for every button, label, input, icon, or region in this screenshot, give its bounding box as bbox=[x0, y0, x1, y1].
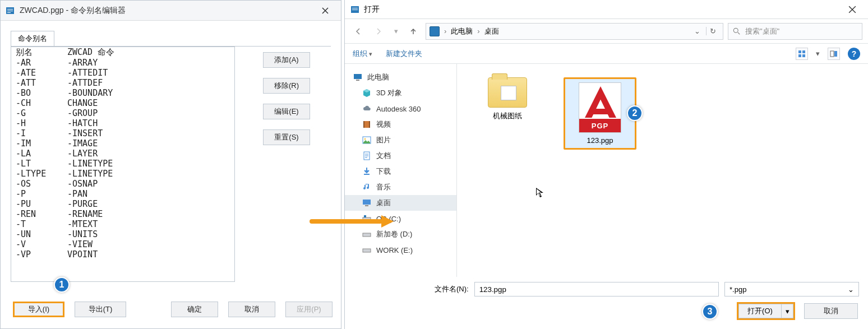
alias-row[interactable]: -LT-LINETYPE bbox=[11, 159, 234, 169]
alias-row[interactable]: -V-VIEW bbox=[11, 239, 234, 249]
filename-input[interactable] bbox=[474, 282, 719, 296]
alias-cell: -CH bbox=[11, 98, 67, 108]
cloud-icon bbox=[362, 104, 372, 114]
svg-rect-6 bbox=[834, 51, 837, 57]
address-dropdown-button[interactable]: ⌄ bbox=[691, 27, 704, 35]
ok-button[interactable]: 确定 bbox=[171, 302, 218, 317]
command-cell: CHANGE bbox=[67, 98, 234, 108]
file-open-close-button[interactable] bbox=[842, 2, 862, 17]
command-cell: -PURGE bbox=[67, 199, 234, 209]
alias-row[interactable]: -G-GROUP bbox=[11, 108, 234, 118]
crumb-pc[interactable]: 此电脑 bbox=[451, 26, 473, 36]
add-button[interactable]: 添加(A) bbox=[263, 52, 310, 68]
preview-pane-button[interactable] bbox=[828, 48, 840, 60]
nav-up-button[interactable] bbox=[405, 24, 421, 39]
tree-item[interactable]: 3D 对象 bbox=[345, 85, 456, 101]
organize-button[interactable]: 组织 bbox=[353, 49, 372, 59]
file-open-title: 打开 bbox=[364, 4, 842, 15]
new-folder-button[interactable]: 新建文件夹 bbox=[386, 49, 422, 59]
arrow-right-icon bbox=[374, 27, 383, 36]
cursor-icon bbox=[535, 187, 544, 198]
alias-row[interactable]: -H-HATCH bbox=[11, 118, 234, 128]
tree-item[interactable]: 图片 bbox=[345, 132, 456, 148]
alias-row[interactable]: -T-MTEXT bbox=[11, 219, 234, 229]
alias-row[interactable]: -BO-BOUNDARY bbox=[11, 88, 234, 98]
address-refresh-button[interactable]: ↻ bbox=[706, 27, 719, 35]
alias-row[interactable]: -UN-UNITS bbox=[11, 229, 234, 239]
alias-main-pane: 别名 ZWCAD 命令 -AR-ARRAY-ATE-ATTEDIT-ATT-AT… bbox=[11, 46, 331, 282]
tree-item[interactable]: 桌面 bbox=[345, 195, 456, 211]
tree-item[interactable]: 文档 bbox=[345, 148, 456, 164]
download-icon bbox=[362, 166, 372, 177]
svg-rect-5 bbox=[830, 51, 834, 57]
alias-cell: -LT bbox=[11, 159, 67, 169]
alias-row[interactable]: -ATE-ATTEDIT bbox=[11, 68, 234, 78]
file-item-pgp-wrap: PGP 123.pgp bbox=[564, 77, 636, 150]
tree-item-label: 音乐 bbox=[376, 182, 391, 192]
alias-row[interactable]: -REN-RENAME bbox=[11, 209, 234, 219]
alias-row[interactable]: -I-INSERT bbox=[11, 128, 234, 138]
tab-alias[interactable]: 命令别名 bbox=[11, 31, 54, 46]
reset-button[interactable]: 重置(S) bbox=[263, 129, 310, 145]
alias-row[interactable]: -VPVPOINT bbox=[11, 249, 234, 260]
filename-label: 文件名(N): bbox=[435, 284, 469, 294]
open-button[interactable]: 打开(O) bbox=[738, 304, 781, 318]
nav-history-button[interactable]: ▾ bbox=[391, 24, 401, 39]
export-button[interactable]: 导出(T) bbox=[75, 302, 126, 317]
search-box[interactable]: 搜索"桌面" bbox=[728, 23, 862, 40]
nav-forward-button[interactable] bbox=[371, 24, 386, 39]
view-icons-button[interactable] bbox=[796, 48, 808, 60]
tree-item[interactable]: 下载 bbox=[345, 164, 456, 179]
alias-cell: -G bbox=[11, 108, 67, 118]
nav-back-button[interactable] bbox=[350, 24, 366, 39]
command-cell: -UNITS bbox=[67, 229, 234, 239]
nav-tree[interactable]: 此电脑 3D 对象Autodesk 360视频图片文档下载音乐桌面OS (C:)… bbox=[345, 64, 457, 277]
alias-row[interactable]: -PU-PURGE bbox=[11, 199, 234, 209]
remove-button[interactable]: 移除(R) bbox=[263, 78, 310, 94]
tree-item[interactable]: Autodesk 360 bbox=[345, 101, 456, 117]
apply-button[interactable]: 应用(P) bbox=[285, 302, 333, 317]
file-item-pgp[interactable]: PGP 123.pgp bbox=[564, 77, 636, 150]
alias-row[interactable]: -LA-LAYER bbox=[11, 149, 234, 159]
alias-cell: -LTYPE bbox=[11, 169, 67, 179]
dialog-cancel-button[interactable]: 取消 bbox=[804, 303, 858, 319]
tree-item[interactable]: 音乐 bbox=[345, 179, 456, 195]
filetype-selector[interactable]: *.pgp ⌄ bbox=[724, 282, 859, 296]
import-button[interactable]: 导入(I) bbox=[13, 302, 64, 317]
alias-row[interactable]: -LTYPE-LINETYPE bbox=[11, 169, 234, 179]
tree-this-pc[interactable]: 此电脑 bbox=[345, 69, 456, 85]
crumb-desktop[interactable]: 桌面 bbox=[484, 26, 499, 36]
tree-item[interactable]: 视频 bbox=[345, 117, 456, 132]
alias-cell: -LA bbox=[11, 149, 67, 159]
edit-button[interactable]: 编辑(E) bbox=[263, 104, 310, 119]
picture-icon bbox=[362, 135, 372, 145]
arrow-left-icon bbox=[354, 27, 363, 36]
file-pane[interactable]: 机械图纸 PGP 123.pgp bbox=[457, 64, 868, 277]
alias-list[interactable]: 别名 ZWCAD 命令 -AR-ARRAY-ATE-ATTEDIT-ATT-AT… bbox=[11, 47, 235, 282]
open-dropdown-button[interactable]: ▾ bbox=[781, 304, 793, 318]
alias-cell: -T bbox=[11, 219, 67, 229]
tree-item-label: 下载 bbox=[376, 166, 391, 177]
cancel-button[interactable]: 取消 bbox=[228, 302, 275, 317]
step-badge-3: 3 bbox=[702, 304, 718, 319]
file-item-folder[interactable]: 机械图纸 bbox=[474, 77, 541, 121]
view-dropdown-button[interactable]: ▾ bbox=[816, 49, 820, 58]
tree-item[interactable]: 新加卷 (D:) bbox=[345, 226, 456, 242]
address-bar[interactable]: › 此电脑 › 桌面 ⌄ ↻ bbox=[426, 23, 723, 40]
alias-row[interactable]: -IM-IMAGE bbox=[11, 138, 234, 149]
alias-row[interactable]: -ATT-ATTDEF bbox=[11, 78, 234, 88]
alias-editor-close-button[interactable] bbox=[314, 2, 336, 19]
help-button[interactable]: ? bbox=[848, 48, 860, 60]
command-cell: -LAYER bbox=[67, 149, 234, 159]
file-open-dialog: 打开 ▾ › 此电脑 › 桌面 ⌄ ↻ 搜索"桌面" bbox=[344, 0, 868, 329]
app-icon bbox=[350, 5, 359, 14]
chevron-down-icon: ⌄ bbox=[848, 285, 854, 294]
tree-item[interactable]: WORK (E:) bbox=[345, 242, 456, 258]
alias-row[interactable]: -CHCHANGE bbox=[11, 98, 234, 108]
alias-row[interactable]: -OS-OSNAP bbox=[11, 179, 234, 189]
arrow-up-icon bbox=[409, 27, 418, 36]
alias-row[interactable]: -AR-ARRAY bbox=[11, 58, 234, 68]
doc-icon bbox=[362, 151, 372, 161]
alias-row[interactable]: -P-PAN bbox=[11, 189, 234, 199]
tree-item-label: 桌面 bbox=[376, 198, 391, 208]
